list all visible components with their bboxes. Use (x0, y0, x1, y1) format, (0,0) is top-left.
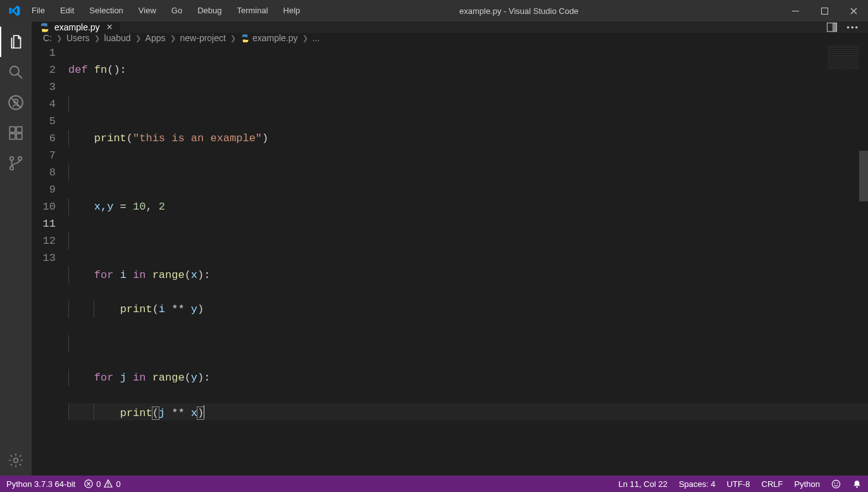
more-actions-icon[interactable]: ••• (846, 23, 859, 32)
debug-disabled-icon[interactable] (0, 87, 32, 118)
code-editor[interactable]: 1234 5678 910111213 def fn(): print("thi… (32, 43, 868, 492)
breadcrumbs[interactable]: C:❯ Users❯ luabud❯ Apps❯ new-project❯ ex… (32, 33, 868, 43)
crumb[interactable]: Users (66, 33, 90, 43)
split-editor-icon[interactable] (826, 22, 838, 33)
svg-rect-0 (792, 11, 799, 11)
maximize-button[interactable] (810, 0, 839, 22)
activity-bar (0, 22, 32, 476)
tab-close-icon[interactable]: × (107, 22, 113, 33)
svg-rect-4 (9, 127, 15, 132)
python-file-icon (39, 22, 50, 33)
crumb[interactable]: new-project (180, 33, 226, 43)
menu-selection[interactable]: Selection (82, 0, 130, 22)
vertical-scrollbar[interactable] (859, 151, 868, 201)
menubar: File Edit Selection View Go Debug Termin… (24, 0, 307, 22)
chevron-right-icon: ❯ (133, 34, 143, 42)
menu-go[interactable]: Go (164, 0, 190, 22)
menu-edit[interactable]: Edit (53, 0, 82, 22)
minimize-button[interactable] (781, 0, 810, 22)
svg-point-2 (10, 66, 19, 75)
titlebar: File Edit Selection View Go Debug Termin… (0, 0, 868, 22)
settings-gear-icon[interactable] (0, 445, 32, 476)
chevron-right-icon: ❯ (228, 34, 238, 42)
svg-rect-6 (16, 134, 22, 139)
svg-point-8 (10, 157, 13, 160)
search-icon[interactable] (0, 57, 32, 87)
explorer-icon[interactable] (0, 27, 32, 57)
crumb[interactable]: luabud (104, 33, 131, 43)
svg-rect-7 (16, 127, 22, 132)
extensions-icon[interactable] (0, 118, 32, 148)
window-controls (781, 0, 868, 22)
window-title: example.py - Visual Studio Code (307, 6, 781, 16)
editor-tab[interactable]: example.py × (32, 22, 121, 33)
crumb[interactable]: Apps (146, 33, 166, 43)
text-cursor (204, 405, 204, 418)
line-number-gutter: 1234 5678 910111213 (32, 43, 68, 492)
chevron-right-icon: ❯ (92, 34, 102, 42)
tabs-row: example.py × ••• (32, 22, 868, 33)
chevron-right-icon: ❯ (301, 34, 310, 42)
chevron-right-icon: ❯ (54, 34, 64, 42)
close-button[interactable] (839, 0, 868, 22)
menu-view[interactable]: View (131, 0, 164, 22)
editor-area: example.py × ••• C:❯ Users❯ luabud❯ Apps… (32, 22, 868, 476)
svg-rect-13 (833, 23, 837, 32)
chevron-right-icon: ❯ (168, 34, 178, 42)
menu-file[interactable]: File (24, 0, 53, 22)
tab-label: example.py (54, 22, 100, 32)
python-file-icon (240, 34, 250, 43)
svg-point-9 (10, 167, 13, 170)
menu-help[interactable]: Help (276, 0, 308, 22)
svg-point-10 (18, 157, 22, 160)
source-control-icon[interactable] (0, 148, 32, 179)
svg-rect-1 (821, 8, 828, 14)
minimap[interactable] (828, 46, 859, 70)
vscode-logo-icon (5, 4, 24, 17)
svg-rect-5 (9, 134, 15, 139)
menu-debug[interactable]: Debug (190, 0, 229, 22)
code-content[interactable]: def fn(): print("this is an example") x,… (68, 43, 868, 492)
menu-terminal[interactable]: Terminal (229, 0, 275, 22)
crumb-more[interactable]: ... (313, 33, 320, 43)
crumb-file[interactable]: example.py (252, 33, 298, 43)
crumb-drive[interactable]: C: (43, 33, 52, 43)
svg-point-11 (14, 458, 18, 463)
